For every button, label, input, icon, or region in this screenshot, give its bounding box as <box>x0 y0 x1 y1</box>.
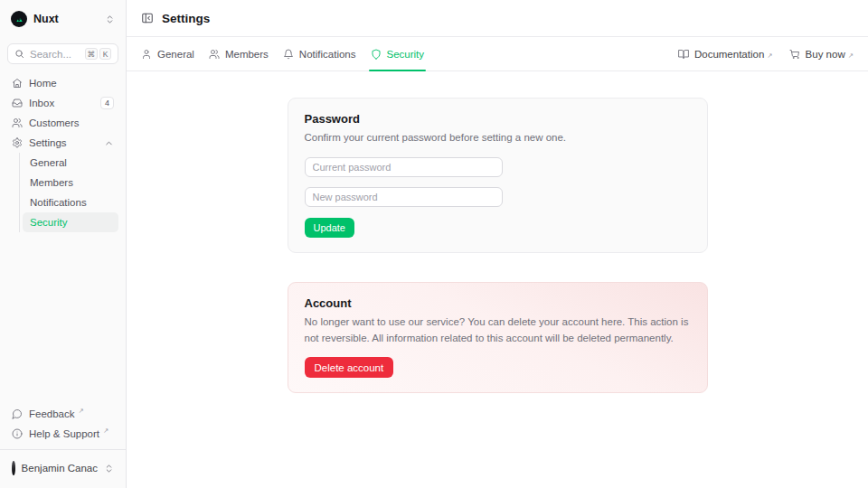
tab-label: Members <box>225 49 269 60</box>
tab-label: General <box>157 49 194 60</box>
app-window: Nuxt Search... ⌘ K Home Inbox 4 Cu <box>0 0 868 488</box>
main-area: Settings General Members Notifications <box>127 0 868 488</box>
user-name: Benjamin Canac <box>22 463 98 474</box>
sidebar-nav: Home Inbox 4 Customers Settings General <box>7 73 118 232</box>
search-shortcut: ⌘ K <box>85 48 112 60</box>
account-card-title: Account <box>305 296 691 310</box>
settings-subnav: General Members Notifications Security <box>19 153 118 232</box>
password-card-title: Password <box>305 112 691 126</box>
person-icon <box>141 49 152 60</box>
tab-label: Notifications <box>299 49 356 60</box>
delete-account-button[interactable]: Delete account <box>305 357 394 378</box>
cart-icon <box>789 49 800 60</box>
chevron-up-icon <box>104 138 114 148</box>
current-password-field[interactable] <box>305 157 503 177</box>
sidebar-subitem-notifications[interactable]: Notifications <box>23 192 118 212</box>
search-placeholder: Search... <box>30 49 71 60</box>
user-avatar <box>12 461 15 475</box>
user-menu[interactable]: Benjamin Canac <box>7 450 118 481</box>
page-title: Settings <box>162 12 210 25</box>
sidebar-subitem-general[interactable]: General <box>23 153 118 173</box>
sidebar-subitem-security[interactable]: Security <box>23 212 118 232</box>
tab-security[interactable]: Security <box>371 37 425 70</box>
external-link-arrow: ↗ <box>767 52 772 60</box>
sidebar-item-label: Members <box>30 177 73 188</box>
sidebar-item-label: Notifications <box>30 197 87 208</box>
sidebar-item-label: Help & Support <box>29 428 99 439</box>
new-password-field[interactable] <box>305 187 503 207</box>
inbox-count-badge: 4 <box>100 97 114 109</box>
tabs-bar: General Members Notifications Security <box>127 37 868 71</box>
sidebar-item-label: Inbox <box>29 98 54 108</box>
page-header: Settings <box>127 0 868 37</box>
sidebar-item-label: Feedback <box>29 408 75 419</box>
update-password-button[interactable]: Update <box>305 218 354 238</box>
kbd-k: K <box>99 48 111 60</box>
toolbar-link-label: Buy now <box>806 49 845 60</box>
search-input[interactable]: Search... ⌘ K <box>7 43 118 64</box>
settings-tabs: General Members Notifications Security <box>141 37 424 70</box>
tab-members[interactable]: Members <box>209 37 269 70</box>
external-link-arrow: ↗ <box>103 427 108 435</box>
chevrons-up-down-icon <box>104 464 114 474</box>
chevrons-up-down-icon <box>105 14 115 24</box>
workspace-switcher[interactable]: Nuxt <box>7 7 118 31</box>
inbox-icon <box>12 98 23 108</box>
sidebar-item-label: General <box>30 157 67 168</box>
home-icon <box>12 78 23 89</box>
external-link-arrow: ↗ <box>848 52 854 60</box>
sidebar-item-help-support[interactable]: Help & Support ↗ <box>7 424 118 444</box>
sidebar-item-label: Customers <box>29 117 80 128</box>
shield-icon <box>371 49 382 60</box>
users-icon <box>12 117 23 128</box>
workspace-name: Nuxt <box>33 13 59 25</box>
sidebar-item-label: Settings <box>29 137 67 148</box>
bell-icon <box>283 49 294 60</box>
users-icon <box>209 49 220 60</box>
sidebar-item-home[interactable]: Home <box>7 73 118 93</box>
sidebar: Nuxt Search... ⌘ K Home Inbox 4 Cu <box>0 0 127 488</box>
sidebar-item-inbox[interactable]: Inbox 4 <box>7 93 118 113</box>
header-toolbar: Documentation ↗ Buy now ↗ <box>678 49 854 60</box>
sidebar-item-settings[interactable]: Settings <box>7 133 118 153</box>
account-card: Account No longer want to use our servic… <box>288 282 708 394</box>
sidebar-item-feedback[interactable]: Feedback ↗ <box>7 404 118 424</box>
account-card-description: No longer want to use our service? You c… <box>305 314 691 347</box>
external-link-arrow: ↗ <box>79 407 84 415</box>
sidebar-item-customers[interactable]: Customers <box>7 113 118 133</box>
password-card: Password Confirm your current password b… <box>288 98 708 253</box>
sidebar-item-label: Security <box>30 217 68 228</box>
tab-general[interactable]: General <box>141 37 194 70</box>
chat-bubble-icon <box>12 408 23 419</box>
documentation-link[interactable]: Documentation ↗ <box>678 49 773 60</box>
nuxt-logo-icon <box>11 11 27 27</box>
book-open-icon <box>678 49 689 60</box>
collapse-sidebar-icon[interactable] <box>141 12 154 24</box>
sidebar-item-label: Home <box>29 78 57 89</box>
tab-label: Security <box>387 49 425 60</box>
info-circle-icon <box>12 428 23 439</box>
kbd-cmd: ⌘ <box>85 48 99 60</box>
buy-now-link[interactable]: Buy now ↗ <box>789 49 854 60</box>
sidebar-footer: Feedback ↗ Help & Support ↗ <box>7 404 118 444</box>
search-icon <box>14 49 24 59</box>
toolbar-link-label: Documentation <box>694 49 764 60</box>
sidebar-subitem-members[interactable]: Members <box>23 173 118 192</box>
settings-security-panel: Password Confirm your current password b… <box>127 71 868 488</box>
tab-notifications[interactable]: Notifications <box>283 37 356 70</box>
gear-icon <box>12 137 23 148</box>
password-card-description: Confirm your current password before set… <box>305 130 691 146</box>
